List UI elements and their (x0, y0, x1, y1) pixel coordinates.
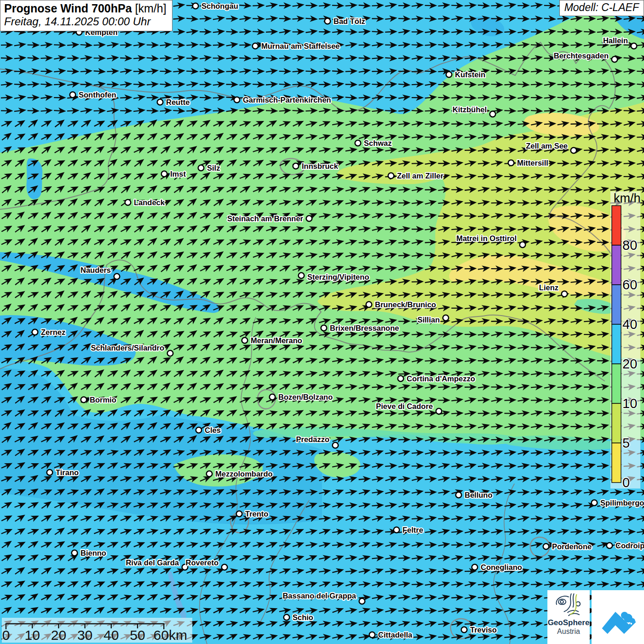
legend-swatch (612, 403, 621, 443)
city-label: Zell am Ziller (397, 172, 443, 180)
city-marker (222, 564, 228, 570)
city-label: Cittadella (378, 631, 413, 639)
scale-tick-label: 20 (51, 627, 66, 643)
city-marker (520, 242, 526, 248)
legend-swatch (612, 443, 621, 483)
title-main: Prognose Wind 700hPa (4, 2, 132, 15)
brand-name: GeoSphere (548, 619, 590, 627)
city-label: Schwaz (364, 139, 392, 147)
city-marker (196, 427, 202, 433)
city-marker (306, 216, 312, 222)
city-marker (394, 527, 400, 533)
city-marker (198, 165, 204, 171)
scale-tick-label: 30 (77, 627, 92, 643)
city-marker (543, 544, 549, 550)
city-label: Brixen/Bressanone (330, 324, 399, 332)
city-label: Steinach am Brenner (227, 214, 304, 223)
city-label: Sonthofen (79, 91, 116, 99)
city-marker (321, 325, 327, 331)
city-label: Codroipo (615, 541, 644, 550)
city-label: Bassano del Grappa (282, 592, 356, 600)
city-label: Rovereto (185, 558, 218, 567)
city-label: Mittersill (517, 159, 548, 167)
city-label: Lienz (539, 283, 558, 292)
city-label: Spilimbergo (600, 499, 644, 507)
legend-tick-label: 0 (622, 475, 630, 490)
city-label: Kitzbühel (453, 105, 487, 114)
city-marker (299, 273, 305, 279)
city-label: Schlanders/Silandro (91, 344, 164, 352)
city-marker (398, 376, 404, 382)
city-label: Pordenone (552, 542, 592, 551)
brand-country: Austria (557, 627, 580, 636)
city-marker (631, 43, 637, 49)
geosphere-contour-icon (555, 592, 582, 619)
title-box: Prognose Wind 700hPa [km/h] Freitag, 14.… (0, 0, 172, 31)
city-label: Pieve di Cadore (376, 402, 433, 410)
city-marker (234, 97, 240, 103)
city-marker (125, 200, 131, 206)
city-marker (161, 171, 167, 177)
legend-tick-label: 80 (622, 238, 637, 253)
wind-map: km/h 806040201050 0102030405060km Schong… (0, 0, 644, 644)
city-label: Bienno (80, 549, 106, 557)
city-label: Meran/Merano (251, 336, 302, 345)
city-label: Bozen/Bolzano (278, 393, 333, 401)
city-marker (253, 43, 259, 49)
city-label: Riva del Garda (126, 558, 179, 567)
scale-tick-label: 60km (154, 627, 187, 643)
legend-swatch (612, 245, 621, 285)
city-marker (236, 511, 242, 517)
city-label: Nauders (80, 266, 111, 274)
legend-swatch (612, 364, 621, 403)
page-title: Prognose Wind 700hPa [km/h] (4, 2, 167, 15)
city-label: Predazzo (296, 435, 329, 443)
city-marker (443, 315, 449, 321)
city-label: Sillian (417, 316, 440, 324)
scale-tick-label: 40 (104, 627, 119, 643)
city-marker (592, 500, 598, 506)
city-label: Kufstein (455, 70, 485, 79)
city-label: Garmisch-Partenkirchen (243, 96, 331, 104)
city-marker (508, 160, 514, 166)
city-marker (612, 57, 618, 63)
city-marker (70, 92, 76, 98)
scale-tick-label: 0 (2, 627, 10, 643)
city-label: Tirano (56, 468, 79, 477)
city-marker (242, 338, 248, 344)
city-label: Sterzing/Vipiteno (307, 273, 369, 281)
city-label: Zell am See (526, 142, 568, 150)
city-label: Hallein (603, 36, 628, 45)
city-marker (32, 329, 38, 335)
city-marker (47, 470, 53, 476)
city-marker (571, 148, 577, 154)
city-marker (270, 394, 276, 400)
scale-tick-label: 50 (130, 627, 145, 643)
forecast-datetime: Freitag, 14.11.2025 00:00 Uhr (4, 15, 167, 28)
mountain-cloud-icon (598, 598, 638, 637)
scale-tick-label: 10 (25, 627, 40, 643)
city-label: Cles (205, 426, 221, 434)
city-marker (607, 543, 613, 549)
city-label: Bad Tölz (334, 17, 365, 25)
city-marker (490, 111, 496, 117)
legend-swatch (612, 206, 621, 245)
legend-tick-label: 40 (622, 317, 637, 332)
model-label: Modell: C-LAEF (559, 0, 644, 16)
city-marker (333, 443, 339, 448)
legend-tick-label: 5 (622, 436, 630, 450)
city-marker (446, 72, 452, 78)
city-marker (472, 564, 478, 570)
city-label: Schio (293, 613, 313, 621)
city-marker (436, 408, 442, 414)
legend-unit-label: km/h (614, 191, 641, 205)
mountain-logo-box (592, 590, 644, 644)
city-marker (325, 18, 331, 24)
city-label: Berchtesgaden (554, 52, 609, 60)
city-label: Bormio (90, 396, 116, 404)
city-label: Trento (245, 510, 268, 518)
city-label: Innsbruck (302, 162, 339, 170)
city-label: Mezzolombardo (215, 470, 273, 478)
legend-swatch (612, 324, 621, 364)
city-marker (193, 3, 199, 9)
